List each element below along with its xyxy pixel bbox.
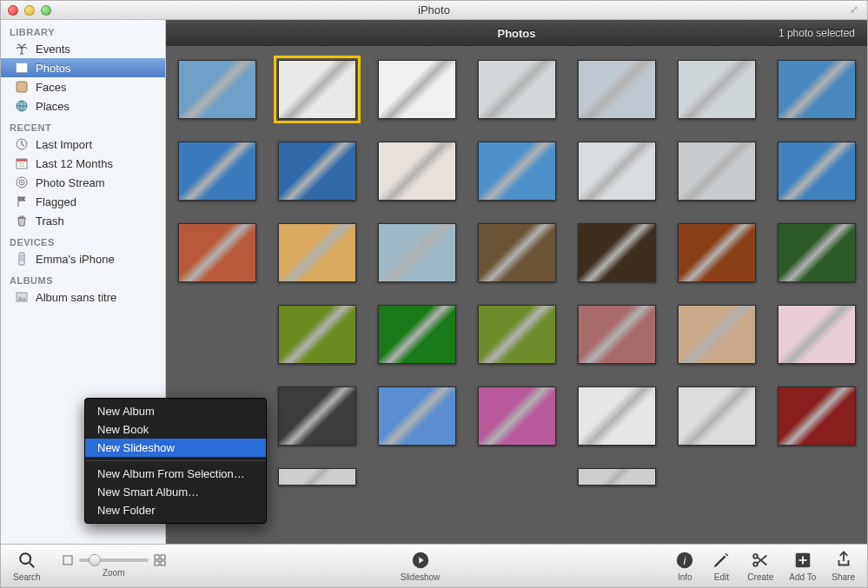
photo-thumb[interactable] <box>678 305 756 364</box>
photo-thumb[interactable] <box>478 223 556 282</box>
photo-grid-scroll[interactable] <box>166 46 867 544</box>
photos-icon <box>15 61 29 75</box>
share-tool[interactable]: Share <box>832 550 855 582</box>
svg-rect-20 <box>161 555 165 559</box>
sidebar-section-header: DEVICES <box>1 230 165 249</box>
sidebar-item-last-12-months[interactable]: Last 12 Months <box>1 154 165 173</box>
sidebar-item-album-sans-titre[interactable]: Album sans titre <box>1 287 165 307</box>
photo-thumb[interactable] <box>278 468 356 486</box>
flag-icon <box>15 195 29 208</box>
photo-thumb[interactable] <box>278 60 356 119</box>
fullscreen-icon[interactable]: ⤢ <box>850 3 862 16</box>
photo-grid <box>175 60 858 527</box>
sidebar-item-faces[interactable]: Faces <box>1 77 165 96</box>
photo-thumb[interactable] <box>778 142 856 201</box>
photo-thumb[interactable] <box>478 386 556 446</box>
stream-icon <box>15 175 29 189</box>
svg-point-11 <box>21 182 23 183</box>
sidebar-item-photo-stream[interactable]: Photo Stream <box>1 173 165 192</box>
photo-thumb[interactable] <box>678 223 756 282</box>
sidebar-item-label: Photo Stream <box>36 176 105 189</box>
svg-line-30 <box>758 556 767 564</box>
photo-thumb[interactable] <box>278 305 356 364</box>
svg-rect-18 <box>63 556 72 565</box>
svg-rect-19 <box>155 555 159 559</box>
photo-thumb[interactable] <box>778 223 856 282</box>
photo-thumb[interactable] <box>678 386 756 446</box>
sidebar-section-header: RECENT <box>1 116 165 135</box>
svg-rect-2 <box>17 82 27 92</box>
slideshow-tool[interactable]: Slideshow <box>401 550 441 582</box>
photo-thumb[interactable] <box>678 60 756 119</box>
selection-status: 1 photo selected <box>779 27 855 39</box>
photo-thumb[interactable] <box>278 223 356 282</box>
photo-thumb[interactable] <box>578 60 656 119</box>
main-content: Photos 1 photo selected <box>166 20 867 544</box>
sidebar-item-places[interactable]: Places <box>1 96 165 116</box>
photo-thumb[interactable] <box>578 223 656 282</box>
photo-thumb[interactable] <box>478 305 556 364</box>
svg-line-29 <box>758 557 767 565</box>
photo-thumb[interactable] <box>578 468 656 486</box>
info-tool[interactable]: i Info <box>674 550 695 582</box>
menu-item-new-folder[interactable]: New Folder <box>85 501 266 519</box>
content-title: Photos <box>497 27 535 40</box>
photo-thumb[interactable] <box>378 386 456 446</box>
svg-rect-1 <box>17 64 26 71</box>
photo-thumb[interactable] <box>478 142 556 201</box>
photo-thumb[interactable] <box>578 386 656 446</box>
zoom-slider[interactable] <box>79 558 149 562</box>
photo-thumb[interactable] <box>178 142 256 201</box>
photo-thumb[interactable] <box>278 142 356 201</box>
menu-item-new-smart-album-[interactable]: New Smart Album… <box>85 483 266 501</box>
sidebar-item-last-import[interactable]: Last Import <box>1 135 165 154</box>
sidebar-item-label: Album sans titre <box>36 291 116 304</box>
svg-rect-22 <box>161 561 165 565</box>
clock-icon <box>15 137 29 151</box>
sidebar-item-trash[interactable]: Trash <box>1 211 165 230</box>
sidebar-item-events[interactable]: Events <box>1 39 165 58</box>
photo-thumb[interactable] <box>378 305 456 364</box>
photo-thumb[interactable] <box>378 223 456 282</box>
photo-thumb[interactable] <box>378 60 456 119</box>
addto-tool[interactable]: Add To <box>789 550 816 582</box>
photo-thumb[interactable] <box>778 386 856 446</box>
create-tool[interactable]: Create <box>747 550 773 582</box>
menu-separator <box>85 460 266 461</box>
phone-icon <box>15 252 29 266</box>
window-title: iPhoto <box>1 3 867 17</box>
photo-thumb[interactable] <box>578 142 656 201</box>
sidebar-item-label: Trash <box>36 215 64 228</box>
photo-thumb[interactable] <box>678 142 756 201</box>
pencil-icon <box>711 550 732 571</box>
menu-item-new-book[interactable]: New Book <box>85 420 266 439</box>
search-tool[interactable]: Search <box>13 550 41 582</box>
photo-thumb[interactable] <box>378 142 456 201</box>
photo-thumb[interactable] <box>178 60 256 119</box>
sidebar-section-header: LIBRARY <box>1 20 165 39</box>
sidebar-item-label: Events <box>36 43 70 56</box>
menu-item-new-album-from-selection-[interactable]: New Album From Selection… <box>85 465 266 483</box>
sidebar-item-photos[interactable]: Photos <box>1 58 165 77</box>
zoom-control[interactable]: Zoom <box>62 554 166 578</box>
sidebar-item-label: Last Import <box>36 138 92 151</box>
photo-thumb[interactable] <box>778 305 856 364</box>
sidebar-item-label: Faces <box>36 81 66 94</box>
titlebar: iPhoto ⤢ <box>1 1 867 20</box>
edit-tool[interactable]: Edit <box>711 550 732 582</box>
photo-thumb[interactable] <box>478 60 556 119</box>
sidebar-item-flagged[interactable]: Flagged <box>1 192 165 211</box>
sidebar-item-label: Last 12 Months <box>36 157 113 170</box>
menu-item-new-slideshow[interactable]: New Slideshow <box>85 439 266 457</box>
photo-thumb[interactable] <box>578 305 656 364</box>
menu-item-new-album[interactable]: New Album <box>85 402 266 420</box>
svg-rect-33 <box>798 559 806 561</box>
create-context-menu: New AlbumNew BookNew SlideshowNew Album … <box>84 398 267 524</box>
photo-thumb[interactable] <box>278 386 356 446</box>
sidebar-item-emma-s-iphone[interactable]: Emma's iPhone <box>1 249 165 268</box>
photo-thumb[interactable] <box>178 223 256 282</box>
svg-point-16 <box>20 553 30 564</box>
svg-rect-13 <box>20 254 23 261</box>
palm-icon <box>15 42 29 56</box>
photo-thumb[interactable] <box>778 60 856 119</box>
